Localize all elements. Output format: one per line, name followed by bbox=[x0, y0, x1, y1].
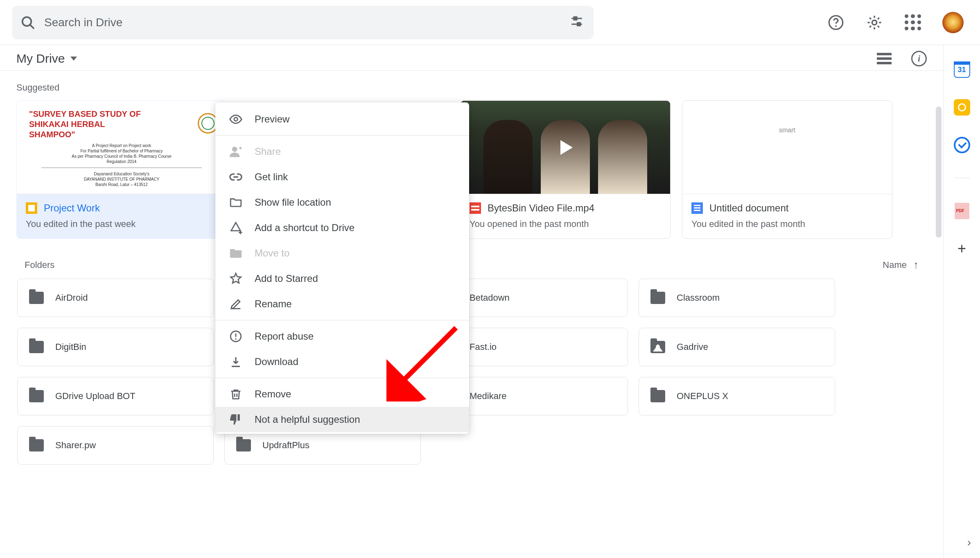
folder-icon bbox=[650, 292, 665, 304]
breadcrumb-label: My Drive bbox=[16, 52, 65, 66]
folder-grid: AirDroid Betadown Classroom DigitBin Fas… bbox=[0, 279, 943, 465]
folders-heading: Folders bbox=[25, 260, 54, 270]
svg-rect-4 bbox=[574, 17, 577, 20]
menu-share: Share bbox=[215, 139, 469, 164]
svg-point-0 bbox=[23, 17, 32, 26]
folder-item[interactable]: DigitBin bbox=[17, 328, 214, 366]
svg-point-10 bbox=[233, 147, 237, 152]
account-avatar[interactable] bbox=[942, 12, 964, 33]
trash-icon bbox=[228, 387, 243, 401]
folder-item[interactable]: Classroom bbox=[639, 279, 835, 317]
menu-show-location[interactable]: Show file location bbox=[215, 190, 469, 215]
suggested-heading: Suggested bbox=[0, 71, 943, 100]
thumb-down-icon bbox=[228, 412, 243, 427]
play-icon bbox=[553, 135, 578, 160]
person-add-icon bbox=[228, 144, 243, 159]
folder-icon bbox=[650, 390, 665, 402]
link-icon bbox=[228, 170, 243, 184]
list-view-icon[interactable] bbox=[877, 53, 892, 64]
keep-icon[interactable] bbox=[954, 99, 970, 116]
svg-point-9 bbox=[234, 118, 238, 121]
svg-point-8 bbox=[872, 20, 876, 25]
suggested-card[interactable]: BytesBin Video File.mp4 You opened in th… bbox=[460, 100, 671, 239]
pencil-icon bbox=[228, 297, 243, 311]
suggested-title: Untitled document bbox=[709, 202, 788, 214]
top-bar bbox=[0, 0, 980, 45]
suggested-title: Project Work bbox=[44, 202, 100, 214]
info-icon[interactable]: i bbox=[911, 51, 927, 66]
divider bbox=[954, 178, 970, 178]
settings-icon[interactable] bbox=[865, 14, 883, 32]
scrollbar[interactable] bbox=[936, 107, 942, 238]
suggested-subtitle: You opened in the past month bbox=[470, 219, 661, 229]
eye-icon bbox=[228, 112, 243, 127]
folder-item[interactable]: AirDroid bbox=[17, 279, 214, 317]
shared-folder-icon bbox=[650, 341, 665, 353]
folder-item[interactable]: Gadrive bbox=[639, 328, 835, 366]
sort-button[interactable]: Name ↑ bbox=[883, 259, 919, 271]
side-panel: 31 + › bbox=[943, 45, 980, 558]
calendar-icon[interactable]: 31 bbox=[954, 61, 970, 78]
suggested-thumbnail bbox=[461, 101, 670, 194]
context-menu: Preview Share Get link Show file locatio… bbox=[215, 102, 469, 434]
search-icon bbox=[20, 14, 36, 31]
folder-icon bbox=[29, 341, 44, 353]
folder-move-icon bbox=[228, 246, 243, 261]
video-icon bbox=[470, 202, 481, 214]
menu-rename[interactable]: Rename bbox=[215, 291, 469, 317]
folder-icon bbox=[236, 439, 251, 451]
menu-add-shortcut[interactable]: Add a shortcut to Drive bbox=[215, 215, 469, 240]
slides-icon bbox=[26, 202, 37, 214]
drive-shortcut-icon bbox=[228, 220, 243, 235]
suggested-subtitle: You edited in the past week bbox=[26, 219, 217, 229]
folder-icon bbox=[29, 292, 44, 304]
menu-move-to: Move to bbox=[215, 240, 469, 266]
report-icon bbox=[228, 329, 243, 344]
menu-download[interactable]: Download bbox=[215, 349, 469, 374]
svg-line-1 bbox=[30, 25, 34, 29]
suggested-thumbnail: "SURVEY BASED STUDY OF SHIKAKAI HERBAL S… bbox=[17, 101, 226, 194]
download-icon bbox=[228, 354, 243, 369]
folder-item[interactable]: ONEPLUS X bbox=[639, 377, 835, 415]
folder-outline-icon bbox=[228, 195, 243, 210]
menu-remove[interactable]: Remove bbox=[215, 381, 469, 407]
top-actions bbox=[827, 12, 964, 33]
suggested-thumbnail: smart bbox=[682, 101, 892, 194]
sort-label: Name bbox=[883, 260, 907, 270]
menu-add-starred[interactable]: Add to Starred bbox=[215, 266, 469, 291]
search-box[interactable] bbox=[12, 6, 594, 39]
svg-point-17 bbox=[235, 338, 236, 340]
folder-icon bbox=[29, 439, 44, 451]
folder-item[interactable]: Sharer.pw bbox=[17, 426, 214, 465]
search-options-icon[interactable] bbox=[570, 14, 586, 31]
collapse-side-panel-icon[interactable]: › bbox=[967, 536, 971, 549]
folder-icon bbox=[29, 390, 44, 402]
folder-item[interactable]: GDrive Upload BOT bbox=[17, 377, 214, 415]
suggested-card[interactable]: smart Untitled document You edited in th… bbox=[682, 100, 892, 239]
suggested-row: "SURVEY BASED STUDY OF SHIKAKAI HERBAL S… bbox=[0, 100, 943, 239]
apps-icon[interactable] bbox=[904, 14, 922, 32]
breadcrumb-row: My Drive i bbox=[0, 45, 943, 71]
chevron-down-icon bbox=[70, 57, 77, 61]
menu-report-abuse[interactable]: Report abuse bbox=[215, 324, 469, 349]
tasks-icon[interactable] bbox=[954, 137, 970, 153]
search-input[interactable] bbox=[36, 16, 570, 29]
menu-preview[interactable]: Preview bbox=[215, 107, 469, 132]
menu-get-link[interactable]: Get link bbox=[215, 164, 469, 190]
breadcrumb[interactable]: My Drive bbox=[16, 52, 77, 66]
arrow-up-icon: ↑ bbox=[913, 259, 919, 271]
pdf-addon-icon[interactable] bbox=[954, 203, 970, 219]
add-addon-icon[interactable]: + bbox=[954, 240, 970, 257]
star-icon bbox=[228, 271, 243, 286]
suggested-card[interactable]: "SURVEY BASED STUDY OF SHIKAKAI HERBAL S… bbox=[16, 100, 227, 239]
help-icon[interactable] bbox=[827, 14, 845, 32]
suggested-subtitle: You edited in the past month bbox=[691, 219, 883, 229]
svg-rect-5 bbox=[577, 23, 580, 25]
suggested-title: BytesBin Video File.mp4 bbox=[488, 202, 594, 214]
svg-point-7 bbox=[835, 25, 837, 27]
docs-icon bbox=[691, 202, 703, 214]
menu-not-helpful[interactable]: Not a helpful suggestion bbox=[215, 407, 469, 432]
